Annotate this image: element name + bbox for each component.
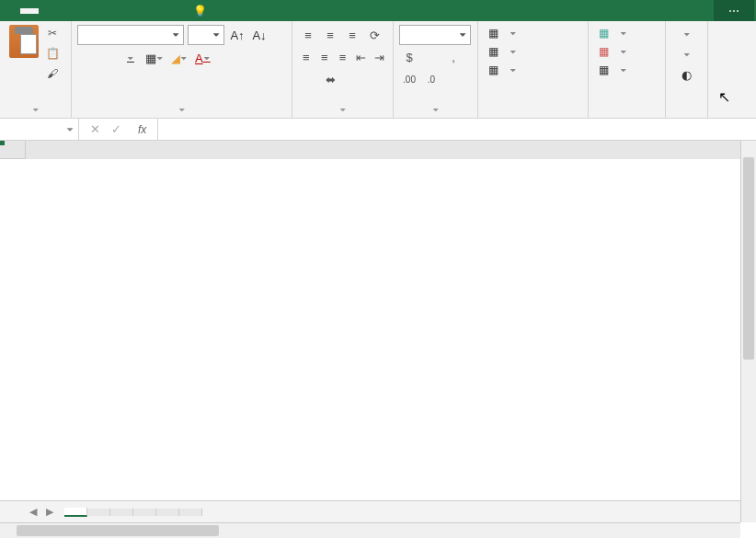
font-color-button[interactable]: A xyxy=(193,49,212,67)
align-left-button[interactable]: ≡ xyxy=(298,47,315,67)
cut-button[interactable]: ✂ xyxy=(44,27,61,43)
tab-layout[interactable] xyxy=(57,8,75,14)
sheet-tab-5[interactable] xyxy=(179,509,202,516)
indent-decrease-button[interactable]: ⇤ xyxy=(352,47,369,67)
percent-button[interactable] xyxy=(421,47,441,67)
group-align-label xyxy=(298,101,387,116)
orientation-button[interactable]: ⟳ xyxy=(364,25,384,45)
group-font-label xyxy=(77,101,286,116)
font-name-combo[interactable] xyxy=(77,25,184,45)
enter-formula-icon[interactable]: ✓ xyxy=(111,122,121,136)
format-icon: ▦ xyxy=(596,63,611,77)
tab-data[interactable] xyxy=(94,8,112,14)
number-format-combo[interactable] xyxy=(399,25,471,45)
worksheet-grid[interactable] xyxy=(0,141,756,509)
decrease-decimal-button[interactable]: .0 xyxy=(421,69,441,89)
paste-button[interactable] xyxy=(6,25,42,86)
autosum-button[interactable] xyxy=(678,25,696,43)
sheet-tab-4[interactable] xyxy=(156,509,179,516)
tab-help[interactable] xyxy=(167,8,186,14)
tab-review[interactable] xyxy=(112,8,131,14)
group-edit-label xyxy=(671,112,702,116)
fill-button[interactable] xyxy=(678,45,696,63)
align-bottom-button[interactable]: ≡ xyxy=(342,25,362,45)
font-size-combo[interactable] xyxy=(188,25,224,45)
insert-cells-button[interactable]: ▦ xyxy=(594,25,659,41)
group-clipboard-label xyxy=(6,101,65,116)
share-button[interactable]: ⋯ xyxy=(714,0,754,21)
sheet-tab-active[interactable] xyxy=(64,508,87,517)
align-right-button[interactable]: ≡ xyxy=(335,47,351,67)
tab-insert[interactable] xyxy=(39,8,57,14)
select-all-corner[interactable] xyxy=(0,141,26,159)
clear-button[interactable]: ◐ xyxy=(678,65,696,84)
group-number-label xyxy=(399,101,472,116)
group-cells-label xyxy=(594,112,659,116)
fill-color-button[interactable]: ◢ xyxy=(169,49,189,67)
sheet-tab-2[interactable] xyxy=(110,509,133,516)
wrap-text-button[interactable] xyxy=(298,69,318,89)
increase-decimal-button[interactable]: .00 xyxy=(399,69,419,89)
align-center-button[interactable]: ≡ xyxy=(316,47,333,67)
paste-icon xyxy=(9,25,39,58)
formula-bar: ✕ ✓ fx xyxy=(0,119,756,141)
bold-button[interactable] xyxy=(77,49,96,67)
underline-button[interactable] xyxy=(121,49,140,67)
sheet-tabs-bar: ◀ ▶ xyxy=(0,500,756,522)
conditional-format-button[interactable]: ▦ xyxy=(484,25,582,41)
format-cells-button[interactable]: ▦ xyxy=(594,62,659,78)
ruby-button[interactable] xyxy=(216,49,235,67)
table-format-icon: ▦ xyxy=(486,44,500,59)
italic-button[interactable] xyxy=(99,49,118,67)
group-styles-label xyxy=(484,112,582,116)
name-box[interactable] xyxy=(0,119,79,140)
align-middle-button[interactable]: ≡ xyxy=(320,25,340,45)
tab-dev[interactable] xyxy=(149,8,167,14)
tab-home[interactable] xyxy=(20,8,39,14)
formula-input[interactable] xyxy=(158,119,756,140)
sheet-tab-1[interactable] xyxy=(87,509,110,516)
ribbon: ✂ 📋 🖌 A↑ A↓ ▦ ◢ A xyxy=(0,21,756,119)
horizontal-scrollbar[interactable] xyxy=(0,522,740,538)
insert-icon: ▦ xyxy=(596,26,611,40)
format-painter-button[interactable]: 🖌 xyxy=(44,67,61,84)
decrease-font-button[interactable]: A↓ xyxy=(250,26,269,44)
tell-me-search[interactable]: 💡 xyxy=(193,5,212,17)
increase-font-button[interactable]: A↑ xyxy=(228,26,246,44)
vertical-scrollbar[interactable] xyxy=(740,141,756,522)
border-button[interactable]: ▦ xyxy=(143,49,166,67)
sheet-tab-3[interactable] xyxy=(133,509,156,516)
align-top-button[interactable]: ≡ xyxy=(298,25,318,45)
format-as-table-button[interactable]: ▦ xyxy=(484,43,582,60)
currency-button[interactable]: $ xyxy=(399,47,419,67)
bulb-icon: 💡 xyxy=(193,5,207,17)
cond-format-icon: ▦ xyxy=(486,26,500,40)
tab-nav-next[interactable]: ▶ xyxy=(46,506,53,518)
cell-styles-button[interactable]: ▦ xyxy=(484,62,582,78)
tab-nav-prev[interactable]: ◀ xyxy=(29,506,37,518)
menu-tabs: 💡 ⋯ xyxy=(0,0,756,21)
copy-button[interactable]: 📋 xyxy=(44,47,61,63)
cell-style-icon: ▦ xyxy=(486,63,500,77)
tab-file[interactable] xyxy=(2,8,20,14)
tab-formula[interactable] xyxy=(75,8,94,14)
delete-icon: ▦ xyxy=(596,44,611,59)
comma-button[interactable]: , xyxy=(443,47,464,67)
merge-button[interactable]: ⬌ xyxy=(320,69,340,89)
cancel-formula-icon[interactable]: ✕ xyxy=(90,122,100,136)
indent-increase-button[interactable]: ⇥ xyxy=(371,47,387,67)
tab-view[interactable] xyxy=(131,8,149,14)
fx-icon[interactable]: fx xyxy=(138,123,146,136)
delete-cells-button[interactable]: ▦ xyxy=(594,43,659,60)
